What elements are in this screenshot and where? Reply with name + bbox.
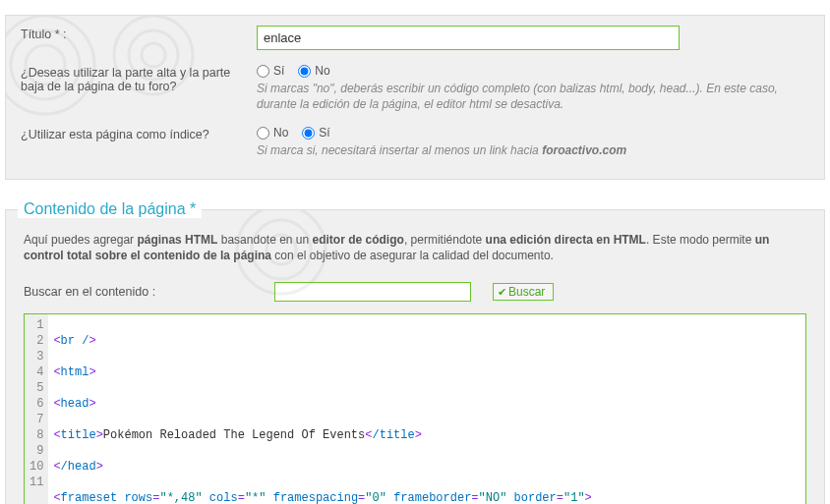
search-input[interactable] [274, 282, 471, 302]
title-input[interactable] [257, 26, 680, 50]
use-index-question: ¿Utilizar esta página como índice? [21, 126, 257, 141]
use-header-no-label: No [315, 64, 329, 78]
line-gutter: 1234567891011 [25, 314, 48, 504]
use-header-yes-label: Sí [273, 64, 284, 78]
check-icon: ✔ [498, 286, 506, 299]
use-header-no-radio[interactable] [298, 65, 311, 78]
use-index-yes-radio[interactable] [302, 127, 315, 140]
content-section: Contenido de la página * Aquí puedes agr… [5, 209, 825, 504]
use-index-no-radio[interactable] [257, 127, 269, 140]
title-label: Título * : [21, 26, 257, 41]
code-area[interactable]: <br /> <html> <head> <title>Pokémon Relo… [48, 314, 805, 504]
use-header-yes-radio[interactable] [257, 65, 269, 78]
use-index-hint: Si marca si, necesitará insertar al meno… [257, 142, 809, 158]
use-index-yes-label: Sí [319, 126, 329, 140]
use-header-question: ¿Deseas utilizar la parte alta y la part… [21, 64, 257, 93]
use-header-hint: Si marcas "no", deberás escribir un códi… [257, 81, 809, 112]
settings-panel: Título * : ¿Deseas utilizar la parte alt… [5, 15, 825, 180]
use-index-no-label: No [273, 126, 288, 140]
intro-text: Aquí puedes agregar páginas HTML basando… [24, 232, 806, 265]
search-label: Buscar en el contenido : [24, 285, 274, 299]
search-button[interactable]: ✔Buscar [493, 283, 554, 301]
code-editor[interactable]: 1234567891011 <br /> <html> <head> <titl… [24, 313, 806, 504]
